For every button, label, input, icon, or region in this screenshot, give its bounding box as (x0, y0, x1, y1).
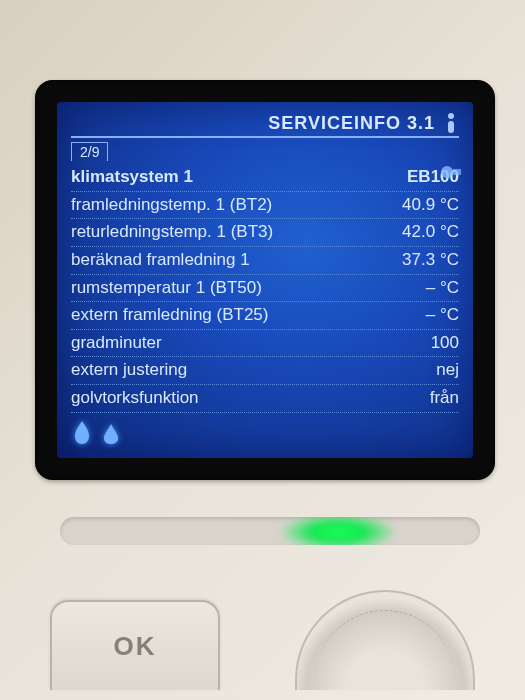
reading-label: extern framledning (BT25) (71, 303, 268, 328)
reading-label: beräknad framledning 1 (71, 248, 250, 273)
reading-row: gradminuter 100 (71, 330, 459, 358)
reading-label: rumstemperatur 1 (BT50) (71, 276, 262, 301)
reading-value: 100 (423, 331, 459, 356)
reading-row: returledningstemp. 1 (BT3) 42.0 °C (71, 219, 459, 247)
drop-icon (103, 423, 119, 450)
screen-header: SERVICEINFO 3.1 (71, 112, 459, 138)
lcd-screen: SERVICEINFO 3.1 2/9 klimatsystem 1 EB100… (57, 102, 473, 458)
info-icon (443, 112, 459, 134)
system-row: klimatsystem 1 EB100 (71, 164, 459, 192)
reading-value: 40.9 °C (394, 193, 459, 218)
reading-value: nej (428, 358, 459, 383)
reading-value: – °C (418, 303, 459, 328)
reading-row: beräknad framledning 1 37.3 °C (71, 247, 459, 275)
reading-row: framledningstemp. 1 (BT2) 40.9 °C (71, 192, 459, 220)
rotary-dial[interactable] (295, 590, 475, 690)
reading-row: golvtorksfunktion från (71, 385, 459, 413)
screen-title: SERVICEINFO 3.1 (268, 113, 435, 134)
status-light-green (278, 517, 398, 545)
reading-row: extern justering nej (71, 357, 459, 385)
reading-row: rumstemperatur 1 (BT50) – °C (71, 275, 459, 303)
svg-point-0 (441, 166, 453, 178)
physical-controls: OK (0, 560, 525, 700)
system-label: klimatsystem 1 (71, 165, 193, 190)
reading-value: – °C (418, 276, 459, 301)
reading-label: extern justering (71, 358, 187, 383)
reading-label: returledningstemp. 1 (BT3) (71, 220, 273, 245)
readings-list: klimatsystem 1 EB100 framledningstemp. 1… (71, 164, 459, 413)
device-bezel: SERVICEINFO 3.1 2/9 klimatsystem 1 EB100… (35, 80, 495, 480)
ok-button-label: OK (114, 631, 157, 662)
reading-label: golvtorksfunktion (71, 386, 199, 411)
reading-value: från (422, 386, 459, 411)
reading-row: extern framledning (BT25) – °C (71, 302, 459, 330)
pump-icon (439, 162, 463, 187)
reading-label: gradminuter (71, 331, 162, 356)
reading-label: framledningstemp. 1 (BT2) (71, 193, 272, 218)
svg-rect-1 (453, 169, 461, 175)
reading-value: 37.3 °C (394, 248, 459, 273)
status-light-strip (60, 517, 480, 545)
page-indicator: 2/9 (71, 142, 108, 161)
reading-value: 42.0 °C (394, 220, 459, 245)
flame-icon (71, 419, 93, 450)
status-icons (71, 419, 119, 450)
ok-button[interactable]: OK (50, 600, 220, 690)
